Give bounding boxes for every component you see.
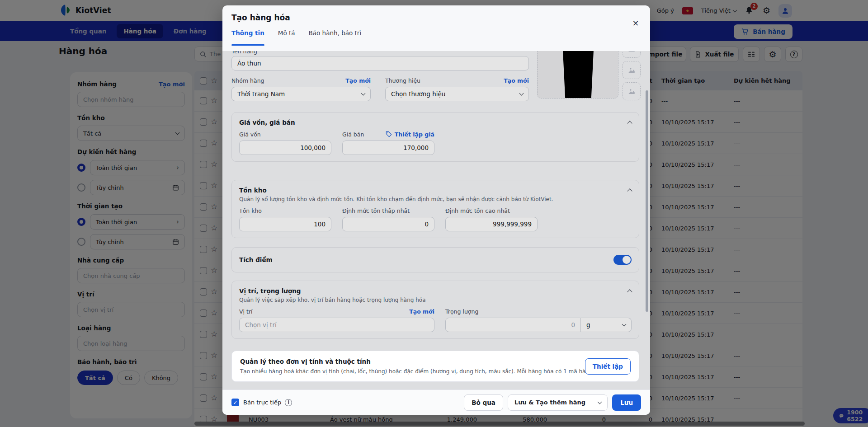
info-icon[interactable]: i (285, 399, 292, 406)
stock-section: Tồn kho Quản lý số lượng tồn kho và định… (231, 180, 639, 238)
save-options-caret[interactable] (592, 395, 607, 410)
cost-price-input[interactable]: 100,000 (239, 141, 331, 155)
chevron-up-icon[interactable] (627, 289, 632, 294)
weight-unit-select[interactable]: g (581, 318, 632, 332)
stock-section-description: Quản lý số lượng tồn kho và định mức tồn… (239, 196, 632, 202)
tshirt-image (551, 51, 605, 99)
location-section: Vị trí, trọng lượng Quản lý việc sắp xếp… (231, 281, 639, 339)
create-location-link[interactable]: Tạo mới (409, 308, 434, 315)
image-upload-slot[interactable] (623, 82, 641, 100)
cost-price-label: Giá vốn (239, 131, 261, 138)
save-and-new-split-button: Lưu & Tạo thêm hàng (508, 394, 608, 411)
stock-input[interactable]: 100 (239, 217, 331, 231)
create-brand-link[interactable]: Tạo mới (504, 77, 529, 84)
price-section: Giá vốn, giá bán Giá vốn 100,000 Giá bán (231, 112, 639, 162)
modal-content: Tên hàng Áo thun (222, 51, 650, 389)
weight-label: Trọng lượng (445, 308, 478, 315)
product-brand-label: Thương hiệu (385, 77, 420, 84)
points-section: Tích điểm (231, 247, 639, 272)
modal-footer: ✓ Bán trực tiếp i Bỏ qua Lưu & Tạo thêm … (222, 389, 650, 415)
chevron-up-icon[interactable] (627, 188, 632, 193)
image-upload-slot[interactable] (623, 51, 641, 58)
chevron-down-icon (361, 91, 366, 96)
direct-sale-checkbox[interactable]: ✓ (231, 399, 239, 406)
tab-mo-ta[interactable]: Mô tả (278, 29, 295, 45)
min-stock-value: 0 (425, 221, 429, 228)
weight-input[interactable]: 0 (445, 318, 581, 332)
product-image-upload[interactable] (537, 51, 618, 99)
toggle-knob (623, 256, 631, 264)
create-product-modal: Tạo hàng hóa × Thông tin Mô tả Bảo hành,… (222, 5, 650, 415)
screen: KiotViet Góp ý ★ Tiếng Việt 2 ⚙ (0, 0, 868, 427)
price-section-title: Giá vốn, giá bán (239, 119, 295, 126)
max-stock-input[interactable]: 999,999,999 (445, 217, 538, 231)
location-section-description: Quản lý việc sắp xếp kho, vị trí bán hàn… (239, 297, 632, 303)
skip-button[interactable]: Bỏ qua (464, 394, 503, 411)
min-stock-label: Định mức tồn thấp nhất (342, 207, 410, 214)
chevron-down-icon (622, 322, 627, 327)
close-icon[interactable]: × (630, 17, 641, 28)
product-brand-select[interactable]: Chọn thương hiệu (385, 87, 529, 101)
sell-price-label: Giá bán (342, 131, 364, 138)
tab-thong-tin[interactable]: Thông tin (231, 29, 264, 45)
modal-tabs: Thông tin Mô tả Bảo hành, bảo trì (222, 29, 650, 45)
image-placeholder-icon (627, 51, 636, 53)
sell-price-input[interactable]: 170,000 (342, 141, 434, 155)
create-group-link[interactable]: Tạo mới (345, 77, 371, 84)
stock-section-title: Tồn kho (239, 187, 267, 194)
save-and-new-button[interactable]: Lưu & Tạo thêm hàng (508, 395, 592, 410)
unit-attribute-section: Quản lý theo đơn vị tính và thuộc tính T… (231, 351, 639, 382)
cost-price-value: 100,000 (300, 144, 326, 151)
image-upload-slot[interactable] (623, 61, 641, 79)
points-title: Tích điểm (239, 256, 273, 263)
stock-label: Tồn kho (239, 207, 262, 214)
setup-button[interactable]: Thiết lập (585, 358, 631, 375)
max-stock-value: 999,999,999 (493, 221, 532, 228)
weight-unit-value: g (586, 321, 590, 328)
product-group-select[interactable]: Thời trang Nam (231, 87, 371, 101)
weight-value: 0 (571, 321, 575, 328)
location-input[interactable]: Chọn vị trí (239, 318, 434, 332)
price-setup-link[interactable]: Thiết lập giá (386, 131, 434, 138)
chevron-up-icon[interactable] (627, 121, 632, 126)
product-group-value: Thời trang Nam (237, 90, 285, 98)
min-stock-input[interactable]: 0 (342, 217, 434, 231)
product-name-value: Áo thun (237, 60, 261, 67)
points-toggle[interactable] (613, 255, 632, 265)
stock-value: 100 (314, 221, 326, 228)
product-group-label: Nhóm hàng (231, 77, 264, 84)
image-placeholder-icon (627, 87, 636, 95)
sell-price-value: 170,000 (403, 144, 429, 151)
price-setup-label: Thiết lập giá (395, 131, 434, 138)
image-thumbnails (623, 51, 641, 100)
product-brand-value: Chọn thương hiệu (391, 90, 445, 98)
location-section-title: Vị trí, trọng lượng (239, 287, 301, 295)
product-name-input[interactable]: Áo thun (231, 56, 529, 70)
tab-bao-hanh[interactable]: Bảo hành, bảo trì (309, 29, 362, 45)
image-placeholder-icon (627, 66, 636, 74)
unit-section-title: Quản lý theo đơn vị tính và thuộc tính (240, 358, 576, 365)
unit-section-description: Tạo nhiều hàng hoá khác đơn vị tính (cha… (240, 368, 576, 375)
chevron-down-icon (598, 399, 602, 404)
modal-title: Tạo hàng hóa (231, 13, 641, 22)
modal-scrollbar[interactable] (646, 90, 648, 312)
location-label: Vị trí (239, 308, 253, 315)
tag-icon (386, 131, 392, 137)
max-stock-label: Định mức tồn cao nhất (445, 207, 510, 214)
location-placeholder: Chọn vị trí (245, 321, 277, 328)
chevron-down-icon (519, 91, 524, 96)
save-button[interactable]: Lưu (612, 394, 641, 411)
direct-sale-label: Bán trực tiếp (243, 399, 281, 406)
